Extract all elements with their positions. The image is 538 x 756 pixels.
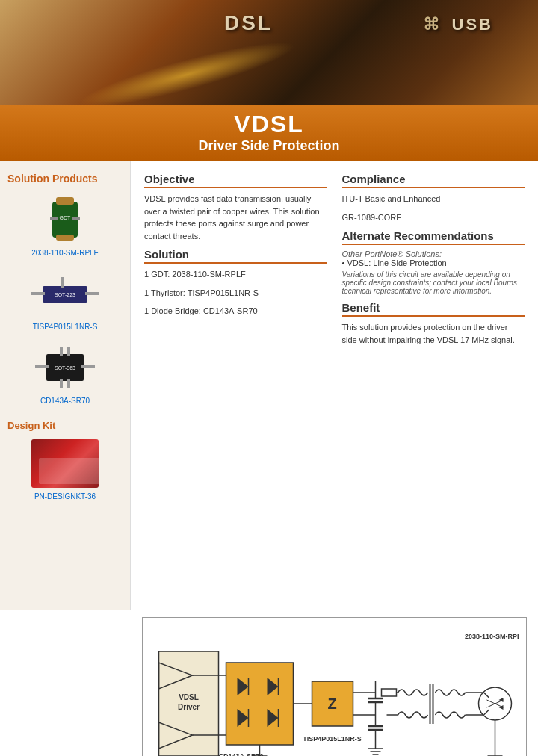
compliance-item-1: ITU-T Basic and Enhanced: [342, 193, 525, 205]
sidebar-product-diode: SOT-363 CD143A-SR70: [7, 341, 123, 405]
circuit-area: VDSL Driver: [131, 610, 538, 756]
right-content-col: Compliance ITU-T Basic and Enhanced GR-1…: [342, 173, 525, 352]
svg-rect-13: [81, 365, 95, 368]
sidebar: Solution Products GDT 2038-110-SM-RPLF: [0, 161, 131, 610]
circuit-diagram: VDSL Driver: [150, 625, 519, 756]
dsl-label: DSL: [224, 11, 273, 35]
svg-rect-17: [67, 379, 70, 388]
solution-title: Solution: [144, 248, 327, 264]
page-subtitle: Driver Side Protection: [0, 138, 538, 154]
gdt-product-image: GDT: [31, 193, 99, 246]
svg-rect-9: [61, 277, 64, 288]
content-area: Objective VDSL provides fast data transm…: [131, 161, 538, 610]
diode-svg: SOT-363: [31, 345, 99, 390]
svg-rect-4: [72, 217, 80, 220]
svg-rect-77: [382, 689, 397, 696]
svg-rect-15: [67, 347, 70, 356]
design-kit-title: Design Kit: [7, 420, 123, 431]
design-kit-product: PN-DESIGNKT-36: [7, 437, 123, 501]
svg-rect-16: [60, 379, 63, 388]
gdt-svg: GDT: [31, 196, 99, 244]
svg-text:Driver: Driver: [178, 703, 200, 711]
usb-icon: ⌘: [423, 15, 442, 34]
left-content-col: Objective VDSL provides fast data transm…: [144, 173, 327, 352]
gdt-product-link[interactable]: 2038-110-SM-RPLF: [31, 249, 98, 257]
objective-text: VDSL provides fast data transmission, us…: [144, 193, 327, 242]
main-layout: Solution Products GDT 2038-110-SM-RPLF: [0, 161, 538, 610]
solution-item-3: 1 Diode Bridge: CD143A-SR70: [144, 305, 327, 317]
objective-title: Objective: [144, 173, 327, 188]
svg-rect-2: [56, 235, 74, 241]
svg-text:SOT-363: SOT-363: [55, 365, 75, 371]
design-kit-image: [31, 437, 99, 489]
svg-text:GDT: GDT: [60, 215, 72, 220]
alt-rec-other: Other PortNote® Solutions:: [342, 250, 525, 258]
svg-rect-7: [31, 292, 45, 295]
alt-rec-title: Alternate Recommendations: [342, 229, 525, 245]
thyristor-svg: SOT-223: [31, 271, 99, 316]
sidebar-section-title: Solution Products: [7, 173, 123, 185]
svg-rect-26: [226, 663, 294, 745]
svg-rect-8: [85, 292, 99, 295]
usb-label: ⌘ USB: [423, 15, 493, 34]
page-title: VDSL: [0, 111, 538, 138]
benefit-text: This solution provides protection on the…: [342, 321, 525, 346]
alt-rec-note: Variations of this circuit are available…: [342, 270, 525, 295]
svg-text:Z: Z: [327, 695, 336, 712]
svg-line-63: [484, 693, 489, 698]
circuit-border: VDSL Driver: [142, 617, 527, 756]
solution-item-1: 1 GDT: 2038-110-SM-RPLF: [144, 268, 327, 281]
svg-line-64: [484, 710, 489, 715]
thyristor-product-link[interactable]: TISP4P015L1NR-S: [33, 323, 98, 331]
svg-text:SOT-223: SOT-223: [55, 292, 75, 297]
svg-rect-12: [35, 365, 49, 368]
svg-rect-14: [60, 347, 63, 356]
compliance-item-2: GR-1089-CORE: [342, 211, 525, 224]
hero-glow: [75, 31, 299, 105]
svg-rect-1: [56, 197, 74, 205]
alt-rec-bullet: • VDSL: Line Side Protection: [342, 258, 525, 267]
diode-product-link[interactable]: CD143A-SR70: [40, 397, 90, 405]
compliance-title: Compliance: [342, 173, 525, 188]
title-bar: VDSL Driver Side Protection: [0, 105, 538, 161]
top-content-row: Objective VDSL provides fast data transm…: [144, 173, 525, 352]
thyristor-product-image: SOT-223: [31, 267, 99, 320]
svg-text:TISP4P015L1NR-S: TISP4P015L1NR-S: [303, 735, 362, 743]
hero-banner: DSL ⌘ USB: [0, 0, 538, 105]
design-kit-link[interactable]: PN-DESIGNKT-36: [34, 492, 96, 501]
benefit-title: Benefit: [342, 301, 525, 317]
svg-rect-3: [50, 217, 58, 220]
sidebar-product-thyristor: SOT-223 TISP4P015L1NR-S: [7, 267, 123, 331]
design-kit-section: Design Kit PN-DESIGNKT-36: [7, 420, 123, 501]
diode-product-image: SOT-363: [31, 341, 99, 394]
svg-text:VDSL: VDSL: [179, 693, 199, 701]
svg-text:2038-110-SM-RPLF: 2038-110-SM-RPLF: [465, 633, 519, 640]
solution-item-2: 1 Thyristor: TISP4P015L1NR-S: [144, 287, 327, 300]
sidebar-product-gdt: GDT 2038-110-SM-RPLF: [7, 193, 123, 257]
svg-text:CD143A-SR70: CD143A-SR70: [218, 752, 263, 756]
